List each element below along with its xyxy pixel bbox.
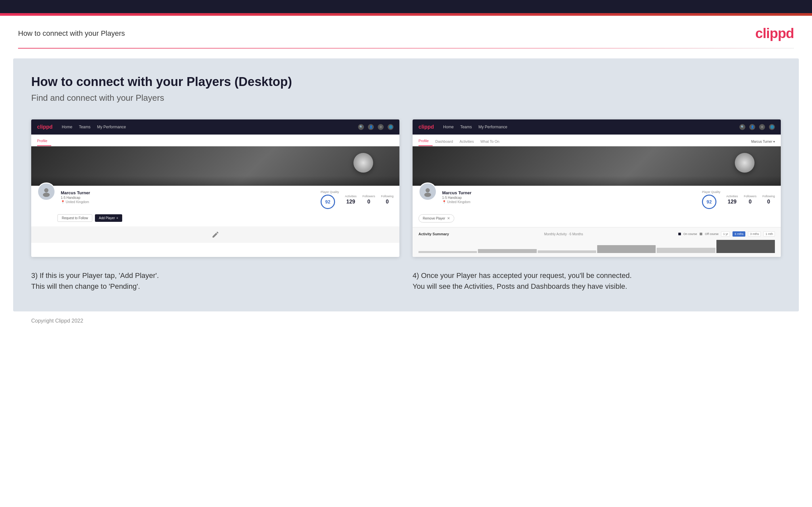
- main-heading: How to connect with your Players (Deskto…: [31, 75, 781, 89]
- following-stat-1: Following 0: [381, 194, 394, 205]
- caption-box-3: 3) If this is your Player tap, 'Add Play…: [31, 270, 399, 292]
- globe-icon-1[interactable]: 🌐: [388, 124, 394, 130]
- location-label-2: United Kingdom: [447, 200, 470, 204]
- activities-value-2: 129: [726, 199, 738, 205]
- activity-controls-2: On course Off course 1 yr 6 mths 3 mths …: [678, 231, 775, 237]
- handicap-1: 1-5 Handicap: [61, 196, 315, 200]
- app-nav-1: clippd Home Teams My Performance 🔍 👤 ⚙ 🌐: [31, 119, 399, 134]
- page-footer: Copyright Clippd 2022: [13, 312, 799, 330]
- activity-header-2: Activity Summary Monthly Activity · 6 Mo…: [418, 231, 775, 237]
- player-name-1: Marcus Turner: [61, 190, 315, 195]
- off-course-label: Off course: [705, 232, 718, 236]
- remove-player-label: Remove Player: [423, 217, 445, 220]
- screenshot-2: clippd Home Teams My Performance 🔍 👤 ⚙ 🌐…: [413, 119, 781, 257]
- settings-icon-2[interactable]: ⚙: [759, 124, 765, 130]
- profile-left-2: Marcus Turner 1-5 Handicap 📍 United King…: [442, 190, 697, 204]
- screenshots-row: clippd Home Teams My Performance 🔍 👤 ⚙ 🌐…: [31, 119, 781, 257]
- bar-3: [538, 250, 596, 253]
- main-content: How to connect with your Players (Deskto…: [13, 58, 799, 312]
- following-value-2: 0: [762, 199, 775, 205]
- app-subnav-2: Profile Dashboard Activities What To On …: [413, 134, 781, 146]
- following-label-1: Following: [381, 194, 394, 198]
- followers-label-1: Followers: [362, 194, 375, 198]
- request-follow-button[interactable]: Request to Follow: [57, 214, 92, 222]
- svg-point-1: [43, 192, 50, 197]
- avatar-2: [418, 182, 437, 201]
- following-value-1: 0: [381, 199, 394, 205]
- tab-profile-2[interactable]: Profile: [418, 139, 433, 146]
- followers-label-2: Followers: [744, 194, 757, 198]
- app-nav-2: clippd Home Teams My Performance 🔍 👤 ⚙ 🌐: [413, 119, 781, 134]
- period-3mths-btn[interactable]: 3 mths: [748, 231, 761, 237]
- hero-image-1: [31, 146, 399, 186]
- quality-label-1: Player Quality: [320, 190, 339, 193]
- bar-5: [657, 248, 715, 253]
- on-course-label: On course: [683, 232, 697, 236]
- quality-circle-2: 92: [702, 194, 716, 209]
- nav-teams-2: Teams: [460, 125, 472, 129]
- tab-activities-2[interactable]: Activities: [460, 139, 477, 146]
- page-title: How to connect with your Players: [18, 29, 125, 38]
- search-icon-2[interactable]: 🔍: [740, 124, 745, 130]
- app-subnav-1: Profile: [31, 134, 399, 146]
- nav-home-1: Home: [62, 125, 72, 129]
- caption-4: 4) Once your Player has accepted your re…: [413, 270, 781, 292]
- off-course-dot: [700, 233, 702, 235]
- caption-box-4: 4) Once your Player has accepted your re…: [413, 270, 781, 292]
- period-6mths-btn[interactable]: 6 mths: [732, 231, 745, 237]
- hero-image-2: [413, 146, 781, 186]
- period-1mth-btn[interactable]: 1 mth: [763, 231, 775, 237]
- user-icon-1[interactable]: 👤: [368, 124, 374, 130]
- profile-stats-2: Player Quality 92 Activities 129 Followe…: [702, 190, 775, 209]
- settings-icon-1[interactable]: ⚙: [378, 124, 384, 130]
- quality-circle-1: 92: [320, 194, 335, 209]
- close-icon: ✕: [447, 216, 450, 221]
- tab-profile-1[interactable]: Profile: [37, 139, 51, 146]
- tab-dashboard-2[interactable]: Dashboard: [435, 139, 457, 146]
- page-header: How to connect with your Players clippd: [0, 16, 812, 48]
- action-buttons-1: Request to Follow Add Player +: [31, 214, 399, 226]
- app-logo-1: clippd: [37, 124, 53, 130]
- pencil-area-1: [31, 226, 399, 243]
- activities-label-1: Activities: [345, 194, 357, 198]
- quality-stat-2: Player Quality 92: [702, 190, 720, 209]
- location-pin-icon-2: 📍: [442, 200, 446, 204]
- main-subheading: Find and connect with your Players: [31, 93, 781, 103]
- search-icon-1[interactable]: 🔍: [358, 124, 364, 130]
- on-course-dot: [678, 233, 681, 235]
- screenshot-1: clippd Home Teams My Performance 🔍 👤 ⚙ 🌐…: [31, 119, 399, 257]
- add-player-label: Add Player: [99, 216, 115, 220]
- bar-2: [478, 249, 537, 253]
- edit-icon-1: [211, 231, 219, 238]
- globe-icon-2[interactable]: 🌐: [769, 124, 775, 130]
- followers-stat-2: Followers 0: [744, 194, 757, 205]
- activity-chart-2: [418, 240, 775, 253]
- location-2: 📍 United Kingdom: [442, 200, 697, 204]
- quality-stat-1: Player Quality 92: [320, 190, 339, 209]
- location-label-1: United Kingdom: [66, 200, 89, 204]
- period-1yr-btn[interactable]: 1 yr: [721, 231, 730, 237]
- top-gradient: [0, 13, 812, 16]
- tab-whattoon-2[interactable]: What To On: [480, 139, 503, 146]
- location-pin-icon-1: 📍: [61, 200, 65, 204]
- svg-point-0: [44, 188, 49, 192]
- remove-player-button[interactable]: Remove Player ✕: [418, 214, 454, 223]
- user-icon-2[interactable]: 👤: [749, 124, 755, 130]
- activities-stat-1: Activities 129: [345, 194, 357, 205]
- quality-label-2: Player Quality: [702, 190, 720, 193]
- avatar-icon-2: [422, 186, 433, 197]
- profile-info-1: Marcus Turner 1-5 Handicap 📍 United King…: [31, 186, 399, 214]
- profile-info-2: Marcus Turner 1-5 Handicap 📍 United King…: [413, 186, 781, 214]
- bar-6: [716, 240, 775, 253]
- activities-stat-2: Activities 129: [726, 194, 738, 205]
- plus-icon: +: [116, 216, 118, 220]
- nav-performance-2: My Performance: [478, 125, 507, 129]
- top-bar: [0, 0, 812, 13]
- activity-period-label-2: Monthly Activity · 6 Months: [544, 232, 583, 236]
- subnav-user-2: Marcus Turner ▾: [751, 140, 775, 146]
- nav-right-1: 🔍 👤 ⚙ 🌐: [358, 124, 394, 130]
- add-player-button[interactable]: Add Player +: [95, 214, 122, 222]
- player-name-2: Marcus Turner: [442, 190, 697, 195]
- followers-value-2: 0: [744, 199, 757, 205]
- avatar-1: [37, 182, 55, 201]
